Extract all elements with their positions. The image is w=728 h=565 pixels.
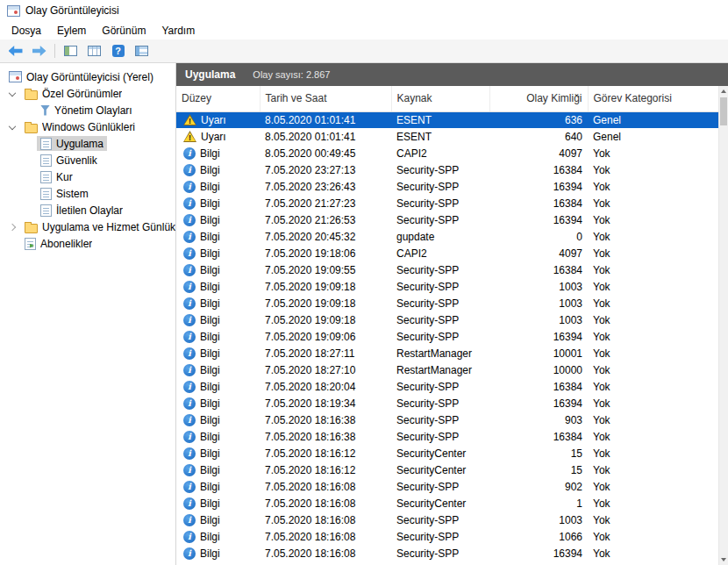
- chevron-expanded-icon[interactable]: [5, 120, 21, 134]
- event-row[interactable]: Bilgi7.05.2020 19:09:06Security-SPP16394…: [176, 328, 718, 345]
- tree-item-9[interactable]: Uygulama ve Hizmet Günlük: [0, 218, 175, 235]
- tree-item-0[interactable]: Olay Görüntüleyicisi (Yerel): [0, 68, 175, 85]
- tree-item-10[interactable]: Abonelikler: [0, 235, 175, 252]
- event-source: Security-SPP: [391, 378, 489, 395]
- event-row[interactable]: Uyarı8.05.2020 01:01:41ESENT640Genel: [176, 128, 718, 145]
- event-row[interactable]: Bilgi7.05.2020 18:16:12SecurityCenter15Y…: [176, 461, 718, 478]
- event-category: Yok: [588, 178, 718, 195]
- event-id: 16384: [489, 378, 588, 395]
- menu-item-3[interactable]: Yardım: [153, 21, 203, 39]
- tree-item-2[interactable]: Yönetim Olayları: [0, 102, 175, 118]
- event-row[interactable]: Bilgi7.05.2020 18:16:38Security-SPP903Yo…: [176, 411, 718, 428]
- action-pane-button[interactable]: [131, 41, 153, 61]
- event-source: Security-SPP: [391, 428, 489, 445]
- event-row[interactable]: Bilgi7.05.2020 19:09:55Security-SPP16384…: [176, 261, 718, 278]
- tree-item-content: Abonelikler: [21, 236, 96, 251]
- help-button[interactable]: [107, 41, 129, 61]
- event-level-cell: Uyarı: [183, 114, 254, 126]
- event-table-host: DüzeyTarih ve SaatKaynakOlay KimliğiGöre…: [176, 86, 718, 565]
- tree-item-4[interactable]: Uygulama: [0, 135, 175, 152]
- event-row[interactable]: Bilgi7.05.2020 21:27:23Security-SPP16384…: [176, 195, 718, 211]
- event-row[interactable]: Bilgi7.05.2020 19:09:18Security-SPP1003Y…: [176, 278, 718, 295]
- column-header-0[interactable]: Düzey: [176, 86, 260, 111]
- forward-button[interactable]: [28, 41, 50, 61]
- log-icon: [40, 171, 52, 183]
- event-row[interactable]: Bilgi7.05.2020 21:26:53Security-SPP16394…: [176, 211, 718, 228]
- info-icon: [183, 181, 196, 193]
- event-source: gupdate: [391, 228, 489, 245]
- tree-item-8[interactable]: İletilen Olaylar: [0, 202, 175, 218]
- event-datetime: 8.05.2020 00:49:45: [260, 145, 391, 161]
- event-row[interactable]: Bilgi7.05.2020 18:16:08Security-SPP1003Y…: [176, 511, 718, 528]
- event-level: Bilgi: [200, 497, 220, 510]
- event-source: Security-SPP: [391, 161, 489, 178]
- event-level-cell: Bilgi: [183, 147, 254, 160]
- event-id: 16394: [489, 328, 588, 345]
- event-row[interactable]: Bilgi7.05.2020 19:09:18Security-SPP1003Y…: [176, 311, 718, 328]
- tree-item-7[interactable]: Sistem: [0, 185, 175, 202]
- event-source: RestartManager: [391, 361, 489, 378]
- tree-item-content: Uygulama: [37, 136, 107, 151]
- event-level-cell: Bilgi: [183, 181, 254, 193]
- column-header-4[interactable]: Görev Kategorisi: [588, 86, 718, 111]
- event-row[interactable]: Bilgi7.05.2020 23:26:43Security-SPP16394…: [176, 178, 718, 195]
- event-datetime: 7.05.2020 18:16:08: [260, 511, 391, 528]
- event-row[interactable]: Bilgi7.05.2020 18:16:08Security-SPP1066Y…: [176, 528, 718, 545]
- scrollbar-thumb[interactable]: [720, 97, 727, 125]
- event-source: ESENT: [391, 128, 489, 145]
- event-id: 903: [489, 411, 588, 428]
- event-row[interactable]: Bilgi7.05.2020 18:16:08Security-SPP902Yo…: [176, 478, 718, 495]
- column-header-row: DüzeyTarih ve SaatKaynakOlay KimliğiGöre…: [176, 86, 718, 111]
- window-title: Olay Görüntüleyicisi: [25, 4, 119, 17]
- event-row[interactable]: Bilgi7.05.2020 18:16:08Security-SPP16394…: [176, 545, 718, 561]
- event-category: Yok: [588, 428, 718, 445]
- event-row[interactable]: Bilgi7.05.2020 18:16:38Security-SPP16384…: [176, 428, 718, 445]
- event-row[interactable]: Bilgi7.05.2020 19:18:06CAPI24097Yok: [176, 245, 718, 261]
- column-header-3[interactable]: Olay Kimliği: [489, 86, 588, 111]
- event-level-cell: Bilgi: [183, 514, 254, 526]
- tree-item-content: Uygulama ve Hizmet Günlük: [21, 219, 176, 234]
- event-source: Security-SPP: [391, 195, 489, 211]
- info-icon: [183, 247, 196, 260]
- event-row[interactable]: Bilgi7.05.2020 18:16:08SecurityCenter1Yo…: [176, 495, 718, 511]
- event-row[interactable]: Bilgi7.05.2020 23:27:13Security-SPP16384…: [176, 161, 718, 178]
- tree-item-3[interactable]: Windows Günlükleri: [0, 118, 175, 135]
- chevron-collapsed-icon[interactable]: [5, 220, 21, 234]
- properties-button[interactable]: [83, 41, 105, 61]
- back-button[interactable]: [4, 41, 26, 61]
- event-source: SecurityCenter: [391, 461, 489, 478]
- chevron-expanded-icon[interactable]: [5, 87, 21, 101]
- event-level: Bilgi: [200, 197, 220, 210]
- event-id: 16394: [489, 178, 588, 195]
- event-row[interactable]: Bilgi7.05.2020 18:27:10RestartManager100…: [176, 361, 718, 378]
- filter-icon: [40, 105, 50, 116]
- menu-item-2[interactable]: Görünüm: [94, 21, 153, 39]
- column-header-2[interactable]: Kaynak: [391, 86, 489, 111]
- tree-item-6[interactable]: Kur: [0, 168, 175, 185]
- show-console-tree-button[interactable]: [60, 41, 82, 61]
- event-row[interactable]: Bilgi8.05.2020 00:49:45CAPI24097Yok: [176, 145, 718, 161]
- scrollbar-down-icon[interactable]: [719, 554, 728, 565]
- scrollbar-up-icon[interactable]: [719, 86, 728, 97]
- menu-item-1[interactable]: Eylem: [49, 21, 94, 39]
- tree-item-5[interactable]: Güvenlik: [0, 152, 175, 168]
- event-level: Bilgi: [200, 147, 220, 160]
- column-header-1[interactable]: Tarih ve Saat: [260, 86, 391, 111]
- event-row[interactable]: Uyarı8.05.2020 01:01:41ESENT636Genel: [176, 111, 718, 128]
- event-row[interactable]: Bilgi7.05.2020 18:16:12SecurityCenter15Y…: [176, 445, 718, 461]
- menu-item-0[interactable]: Dosya: [4, 21, 49, 39]
- root-icon: [9, 71, 22, 82]
- tree-item-1[interactable]: Özel Görünümler: [0, 85, 175, 102]
- event-row[interactable]: Bilgi7.05.2020 18:20:04Security-SPP16384…: [176, 378, 718, 395]
- event-row[interactable]: Bilgi7.05.2020 19:09:18Security-SPP1003Y…: [176, 295, 718, 311]
- event-category: Yok: [588, 411, 718, 428]
- vertical-scrollbar[interactable]: [718, 86, 728, 565]
- event-row[interactable]: Bilgi7.05.2020 18:27:11RestartManager100…: [176, 345, 718, 361]
- title-bar[interactable]: Olay Görüntüleyicisi: [0, 0, 728, 21]
- chevron-spacer: [21, 137, 37, 151]
- event-row[interactable]: Bilgi7.05.2020 20:45:32gupdate0Yok: [176, 228, 718, 245]
- info-icon: [183, 231, 196, 243]
- tree-item-label: Yönetim Olayları: [54, 104, 132, 117]
- event-row[interactable]: Bilgi7.05.2020 18:19:34Security-SPP16394…: [176, 395, 718, 411]
- tree-item-label: Olay Görüntüleyicisi (Yerel): [26, 71, 153, 83]
